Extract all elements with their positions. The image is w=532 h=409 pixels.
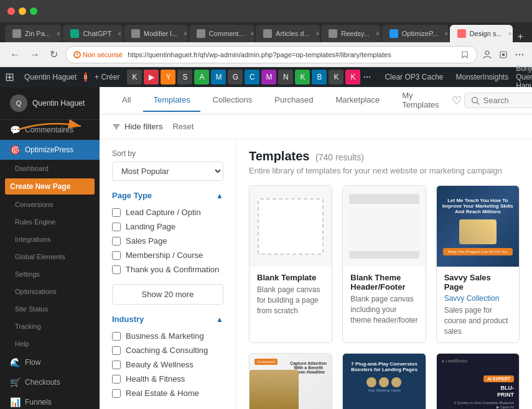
- filter-option-thankyou[interactable]: Thank you & Confirmation: [112, 262, 223, 277]
- template-card-theme[interactable]: Blank Theme Header/Footer Blank page can…: [342, 185, 426, 343]
- filter-option-membership[interactable]: Membership / Course: [112, 248, 223, 262]
- sidebar-item-dashboard[interactable]: Dashboard: [0, 160, 100, 177]
- filter-option-landing-page[interactable]: Landing Page: [112, 219, 223, 234]
- back-button[interactable]: ←: [7, 47, 22, 63]
- tab-my-templates[interactable]: My Templates: [392, 87, 449, 117]
- filter-checkbox[interactable]: [112, 361, 121, 369]
- sidebar-item-integrations[interactable]: Integrations: [0, 231, 100, 248]
- tab-close-icon[interactable]: ×: [57, 30, 60, 37]
- tab-comment[interactable]: Comment... ×: [189, 25, 254, 42]
- tab-templates[interactable]: Templates: [143, 89, 200, 112]
- maximize-button[interactable]: [30, 7, 37, 15]
- minimize-button[interactable]: [19, 7, 26, 15]
- filter-option-coaching[interactable]: Coaching & Consulting: [112, 343, 223, 357]
- user-icon[interactable]: [482, 50, 492, 60]
- filter-option-lead-capture[interactable]: Lead Capture / Optin: [112, 205, 223, 219]
- sidebar-item-conversions[interactable]: Conversions: [0, 196, 100, 213]
- wp-logo[interactable]: ⊞: [5, 70, 14, 84]
- show-more-button[interactable]: Show 20 more: [112, 284, 223, 305]
- template-card-ai[interactable]: ● LeadBonus AI EXPERT BLU-PRINT 3 Quotes…: [436, 353, 520, 409]
- tab-close-icon[interactable]: ×: [184, 30, 187, 37]
- url-bar[interactable]: Non sécurisé https://quentinhaguet.fr/qh…: [65, 46, 477, 63]
- toolbar-icon-8[interactable]: C: [245, 70, 259, 85]
- filter-checkbox[interactable]: [112, 208, 121, 217]
- toolbar-icon-1[interactable]: K: [127, 70, 142, 85]
- reset-button[interactable]: Reset: [172, 122, 194, 131]
- filter-checkbox[interactable]: [112, 389, 121, 398]
- filter-checkbox[interactable]: [112, 332, 121, 341]
- more-toolbar-icon[interactable]: [362, 72, 372, 82]
- sort-select[interactable]: Most Popular Newest Oldest A-Z: [112, 162, 223, 181]
- toolbar-icon-9[interactable]: M: [261, 70, 276, 85]
- toolbar-icon-12[interactable]: B: [312, 70, 327, 85]
- favorites-heart-icon[interactable]: ♡: [452, 94, 462, 108]
- toolbar-icon-3[interactable]: Y: [161, 70, 175, 85]
- industry-chevron-icon[interactable]: ▲: [216, 315, 223, 324]
- sidebar-item-rules[interactable]: Rules Engine: [0, 213, 100, 231]
- filter-checkbox[interactable]: [112, 265, 121, 274]
- filter-option-realestate[interactable]: Real Estate & Home: [112, 386, 223, 400]
- tab-optimizepress[interactable]: OptimizeP... ×: [382, 25, 449, 42]
- toolbar-icon-7[interactable]: G: [228, 70, 243, 85]
- filter-checkbox[interactable]: [112, 223, 121, 231]
- toolbar-icon-14[interactable]: K: [345, 70, 360, 85]
- template-card-capture[interactable]: Consultant Capture Attention With a Bene…: [249, 353, 332, 409]
- forward-button[interactable]: →: [27, 47, 42, 63]
- page-type-chevron-icon[interactable]: ▲: [216, 191, 223, 200]
- more-icon[interactable]: [515, 50, 525, 60]
- sidebar-item-commentaires[interactable]: 💬 Commentaires: [0, 120, 100, 140]
- filter-option-sales-page[interactable]: Sales Page: [112, 234, 223, 248]
- toolbar-icon-5[interactable]: A: [194, 70, 209, 85]
- filter-option-business[interactable]: Business & Marketing: [112, 329, 223, 343]
- tab-close-icon[interactable]: ×: [376, 30, 380, 37]
- wp-insights-button[interactable]: MonsterInsights: [450, 67, 513, 87]
- template-card-savvy[interactable]: Let Me Teach You How To Improve Your Mar…: [436, 185, 520, 343]
- hide-filters-button[interactable]: Hide filters: [112, 122, 162, 131]
- sidebar-item-settings[interactable]: Settings: [0, 265, 100, 283]
- sidebar-item-help[interactable]: Help: [0, 335, 100, 352]
- sidebar-item-optimizations[interactable]: Optimizations: [0, 283, 100, 300]
- sidebar-item-sitestatus[interactable]: Site Status: [0, 300, 100, 318]
- sidebar-item-optimizepress[interactable]: 🎯 OptimizePress: [0, 140, 100, 160]
- tab-modifier[interactable]: Modifier l... ×: [124, 25, 188, 42]
- tab-close-icon[interactable]: ×: [316, 30, 320, 37]
- filter-option-beauty[interactable]: Beauty & Wellness: [112, 357, 223, 372]
- wp-create-button[interactable]: + Créer: [90, 67, 124, 87]
- search-box[interactable]: [464, 93, 532, 108]
- tab-reedsy[interactable]: Reedsy... ×: [321, 25, 381, 42]
- toolbar-icon-2[interactable]: ▶: [144, 70, 159, 85]
- tab-purchased[interactable]: Purchased: [264, 89, 323, 112]
- search-input[interactable]: [483, 96, 532, 105]
- tab-design-active[interactable]: Design s... ×: [450, 25, 513, 42]
- filter-checkbox[interactable]: [112, 375, 121, 384]
- toolbar-icon-11[interactable]: K: [295, 70, 310, 85]
- toolbar-icon-6[interactable]: M: [211, 70, 226, 85]
- toolbar-icon-10[interactable]: N: [278, 70, 293, 85]
- filter-checkbox[interactable]: [112, 346, 121, 355]
- sidebar-item-create-new-page[interactable]: Create New Page: [5, 178, 95, 195]
- tab-close-icon[interactable]: ×: [444, 30, 448, 37]
- tab-chatgpt[interactable]: ChatGPT ×: [63, 25, 123, 42]
- toolbar-icon-13[interactable]: K: [329, 70, 343, 85]
- bookmark-icon[interactable]: [460, 50, 469, 59]
- tab-collections[interactable]: Collections: [203, 89, 263, 112]
- template-card-conversion[interactable]: 7 Plug-and-Play Conversion Boosters for …: [342, 353, 426, 409]
- tab-close-icon[interactable]: ×: [251, 30, 254, 37]
- close-button[interactable]: [7, 7, 15, 15]
- filter-option-health[interactable]: Health & Fitness: [112, 372, 223, 386]
- sidebar-item-checkouts[interactable]: 🛒 Checkouts: [0, 372, 100, 392]
- sidebar-item-global[interactable]: Global Elements: [0, 248, 100, 265]
- sidebar-item-tracking[interactable]: Tracking: [0, 318, 100, 335]
- sidebar-item-funnels[interactable]: 📊 Funnels: [0, 392, 100, 409]
- new-tab-button[interactable]: +: [514, 31, 527, 42]
- tab-articles[interactable]: Articles d... ×: [256, 25, 320, 42]
- tab-close-icon[interactable]: ×: [508, 30, 512, 37]
- filter-checkbox[interactable]: [112, 237, 121, 246]
- tab-all[interactable]: All: [112, 89, 141, 112]
- tab-marketplace[interactable]: Marketplace: [325, 89, 390, 112]
- sidebar-item-flow[interactable]: 🌊 Flow: [0, 352, 100, 372]
- template-card-blank[interactable]: Blank Template Blank page canvas for bui…: [249, 185, 332, 343]
- filter-checkbox[interactable]: [112, 251, 121, 260]
- wp-cache-button[interactable]: Clear OP3 Cache: [380, 67, 448, 87]
- tab-close-icon[interactable]: ×: [118, 30, 121, 37]
